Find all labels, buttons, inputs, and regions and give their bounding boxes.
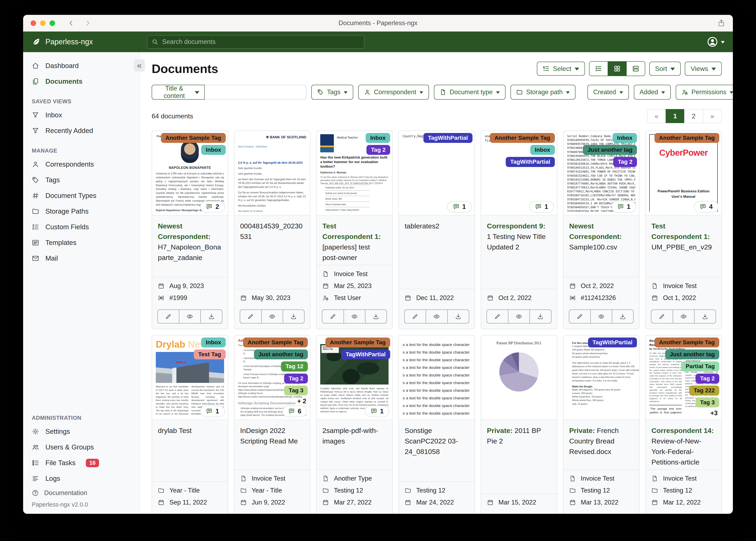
document-preview[interactable]: For the Leaven1 heaped tablespoon mature… [563, 335, 639, 420]
document-preview[interactable]: CyberPowerPowerPanel® Business EditionUs… [646, 131, 721, 216]
close-window-button[interactable] [31, 20, 36, 26]
tag-badge[interactable]: Inbox [613, 133, 637, 143]
document-title[interactable]: Private: 2011 BP Pie 2 [481, 420, 557, 452]
comments-badge[interactable]: 1 [365, 405, 389, 417]
document-card[interactable]: For the Leaven1 heaped tablespoon mature… [563, 335, 640, 514]
sidebar-collapse-button[interactable]: « [134, 59, 145, 72]
document-card[interactable]: This is a test for the double space char… [398, 335, 475, 514]
filter-storage-path-button[interactable]: Storage path [510, 85, 576, 100]
tag-badge[interactable]: Another Sample Tag [654, 337, 719, 347]
sidebar-item-custom-fields[interactable]: Custom Fields [23, 219, 139, 235]
browser-forward-button[interactable] [84, 19, 91, 27]
comments-badge[interactable]: 1 [529, 201, 554, 213]
document-card[interactable]: Medical TeacherHas the new Kirkpatrick g… [316, 131, 393, 329]
tag-badge[interactable]: Tag 2 [284, 373, 308, 383]
tag-badge[interactable]: TagWithPartial [341, 349, 390, 359]
tag-badge[interactable]: Inbox [201, 337, 226, 347]
correspondent-name[interactable]: Test Correspondent 1: [651, 222, 710, 241]
share-icon[interactable] [717, 19, 725, 27]
sidebar-item-settings[interactable]: Settings [23, 424, 139, 439]
document-preview[interactable]: AdoThis document contains in• A summary … [234, 335, 310, 420]
download-button[interactable] [612, 309, 634, 323]
document-card[interactable]: ✻ BANK OF SCOTLANDBank of Scotland · 100… [234, 131, 311, 329]
global-search[interactable] [147, 35, 364, 49]
edit-button[interactable] [322, 309, 344, 323]
document-title[interactable]: Correspondent 9: 1 Testing New Title Upd… [481, 216, 557, 255]
tag-badge[interactable]: Inbox [366, 133, 390, 143]
download-button[interactable] [447, 309, 469, 323]
sidebar-item-templates[interactable]: Templates [23, 235, 139, 251]
sidebar-item-logs[interactable]: Logs [23, 471, 139, 486]
document-title[interactable]: drylab Test [152, 420, 228, 452]
document-preview[interactable]: ✻ BANK OF SCOTLANDBank of Scotland · 100… [234, 131, 310, 216]
document-title[interactable]: 0004814539_20230531 [234, 216, 310, 247]
download-button[interactable] [200, 309, 222, 323]
sidebar-item-dashboard[interactable]: Dashboard [23, 58, 139, 74]
tag-badge[interactable]: Another Sample Tag [161, 133, 226, 143]
tag-badge[interactable]: TagWithPartial [588, 337, 637, 347]
sidebar-item-documents[interactable]: Documents [23, 74, 139, 89]
edit-button[interactable] [404, 309, 426, 323]
page-prev-button[interactable]: « [647, 109, 666, 123]
minimize-window-button[interactable] [40, 20, 46, 26]
correspondent-name[interactable]: Private: [487, 427, 513, 434]
edit-button[interactable] [569, 309, 591, 323]
brand[interactable]: Paperless-ngx [31, 37, 147, 47]
global-search-input[interactable] [162, 38, 360, 46]
document-card[interactable]: Francja pod rzNAPOLEON BONAPARTEUrodzony… [152, 131, 228, 329]
document-title[interactable]: Test Correspondent 1: [paperless] test p… [317, 216, 392, 265]
view-cards-button[interactable] [626, 62, 645, 76]
correspondent-name[interactable]: Newest Correspondent: [569, 222, 622, 241]
document-title[interactable]: Correspondent 14: Review-of-New-York-Fed… [646, 420, 721, 469]
correspondent-name[interactable]: Private: [569, 427, 595, 434]
sidebar-item-mail[interactable]: Mail [23, 251, 139, 266]
document-title[interactable]: 2sample-pdf-with-images [317, 420, 392, 452]
select-button[interactable]: Select [537, 62, 585, 76]
document-preview[interactable]: Medical TeacherHas the new Kirkpatrick g… [317, 131, 392, 216]
edit-button[interactable] [651, 309, 673, 323]
document-preview[interactable]: one,1.0 five,5.0Another Sample TagInboxT… [481, 131, 557, 216]
tag-badge[interactable]: Tag 222 [689, 385, 719, 395]
filter-permissions-button[interactable]: Permissions [676, 85, 733, 100]
correspondent-name[interactable]: Correspondent 9: [487, 222, 545, 230]
tag-badge[interactable]: Inbox [530, 145, 555, 155]
download-button[interactable] [529, 309, 551, 323]
document-title[interactable]: Newest Correspondent: Sample100.csv [563, 216, 639, 255]
sidebar-item-inbox[interactable]: Inbox [23, 107, 139, 123]
sidebar-item-storage-paths[interactable]: Storage Paths [23, 204, 139, 219]
document-card[interactable]: Patient BP Distribution 2011Private: 201… [481, 335, 557, 514]
tag-badge[interactable]: Another Sample Tag [243, 337, 308, 347]
document-card[interactable]: Drylab NewsNETFLIXWelcome to our first n… [152, 335, 228, 514]
tag-badge[interactable]: Another Sample Tag [654, 133, 719, 143]
tag-badge[interactable]: Just another tag [665, 349, 719, 359]
page-next-button[interactable]: » [703, 109, 722, 123]
sidebar-item-file-tasks[interactable]: File Tasks16 [23, 455, 139, 471]
sidebar-item-document-types[interactable]: Document Types [23, 188, 139, 204]
view-button[interactable] [508, 309, 530, 323]
document-card[interactable]: Review of Arbitral Awards Shows Swift Re… [645, 335, 722, 514]
view-button[interactable] [344, 309, 365, 323]
correspondent-name[interactable]: Correspondent 14: [651, 427, 714, 434]
tag-badge[interactable]: Partial Tag [681, 361, 719, 371]
tag-badge[interactable]: Inbox [201, 145, 226, 155]
maximize-window-button[interactable] [50, 20, 55, 26]
sidebar-item-recently-added[interactable]: Recently Added [23, 123, 139, 139]
document-preview[interactable]: Francja pod rzNAPOLEON BONAPARTEUrodzony… [152, 131, 228, 216]
tag-badge[interactable]: TagWithPartial [423, 133, 473, 143]
tag-badge[interactable]: Tag 12 [281, 361, 308, 371]
page-1-button[interactable]: 1 [666, 109, 685, 123]
view-button[interactable] [673, 309, 695, 323]
tag-badge[interactable]: Tag 2 [613, 157, 637, 167]
filter-tags-button[interactable]: Tags [311, 85, 353, 100]
document-preview[interactable]: Boundary Waters TripCurabitur bibendum a… [317, 335, 392, 420]
view-button[interactable] [590, 309, 612, 323]
document-title[interactable]: Test Correspondent 1: UM_PPBE_en_v29 [646, 216, 721, 255]
document-card[interactable]: one,1.0 five,5.0Another Sample TagInboxT… [481, 131, 557, 329]
tag-badge[interactable]: Another Sample Tag [490, 133, 555, 143]
edit-button[interactable] [240, 309, 262, 323]
tag-badge[interactable]: Test Tag [194, 349, 226, 359]
tag-badge[interactable]: Tag 2 [366, 145, 390, 155]
document-preview[interactable]: Drylab NewsNETFLIXWelcome to our first n… [152, 335, 228, 420]
download-button[interactable] [694, 309, 716, 323]
download-button[interactable] [365, 309, 387, 323]
